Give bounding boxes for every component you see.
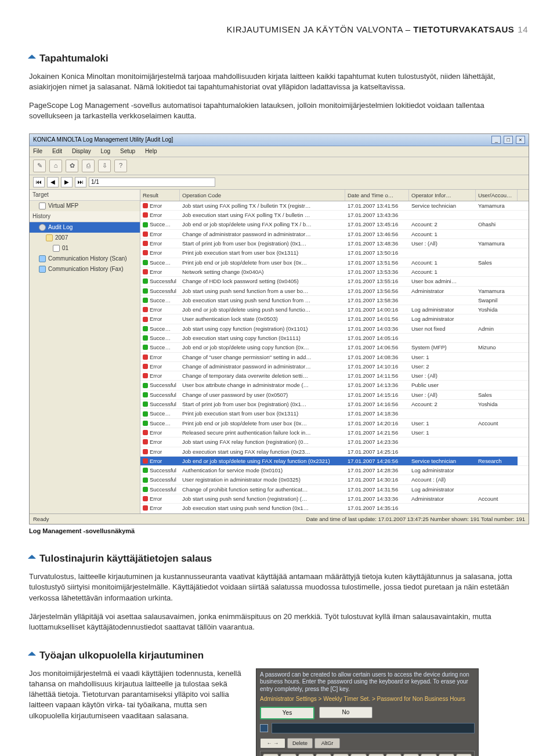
keypad-tab-altgr[interactable]: AltGr (314, 738, 340, 748)
key[interactable]: 6 (350, 754, 366, 756)
table-row[interactable]: Succe…Print job end or job stop/delete f… (140, 258, 529, 267)
table-row[interactable]: ErrorJob end or job stop/delete using pu… (140, 305, 529, 314)
table-row[interactable]: ErrorNetwork setting change (0x040A)17.0… (140, 267, 529, 277)
comm-icon (39, 266, 46, 273)
table-row[interactable]: SuccessfulAuthentication for service mod… (140, 466, 529, 475)
cell-oi: Public user (409, 381, 476, 389)
nav-next[interactable]: ▶ (61, 177, 73, 187)
table-row[interactable]: ErrorJob start using FAX polling TX / bu… (140, 201, 529, 211)
cell-result: Succe… (140, 409, 180, 418)
table-row[interactable]: ErrorPrint job execution start from user… (140, 248, 529, 258)
nav-first[interactable]: ⏮ (33, 177, 45, 187)
section-title: Tulostinajurin käyttäjätietojen salaus (39, 552, 212, 566)
table-row[interactable]: SuccessfulJob start using push send func… (140, 287, 529, 296)
nav-prev[interactable]: ◀ (47, 177, 59, 187)
ah-password-input[interactable] (272, 723, 475, 733)
cell-ua: Mizuno (476, 343, 518, 352)
close-button[interactable]: × (516, 136, 525, 144)
minimize-button[interactable]: _ (491, 136, 501, 144)
table-row[interactable]: Succe…Job end or job stop/delete using F… (140, 220, 529, 229)
table-row[interactable]: SuccessfulChange of user password by use… (140, 390, 529, 400)
cell-oi: Account: 1 (409, 258, 476, 267)
table-row[interactable]: Succe…Job execution start using copy fun… (140, 334, 529, 343)
col-datetime[interactable]: Date and Time o… (345, 190, 409, 201)
key[interactable]: 0 (421, 754, 436, 756)
menu-setup[interactable]: Setup (120, 148, 135, 154)
cell-op: Job end or job stop/delete using push se… (180, 305, 345, 314)
toolbar-btn-5[interactable]: ⇩ (98, 160, 111, 172)
cell-result: Successful (140, 485, 180, 494)
tree-month[interactable]: 01 (30, 243, 140, 254)
table-row[interactable]: ErrorStart of print job from user box (r… (140, 239, 529, 248)
key[interactable]: 1 (263, 754, 278, 756)
col-opcode[interactable]: Operation Code (180, 190, 345, 201)
target-item[interactable]: Virtual MFP (30, 201, 140, 211)
ah-no-button[interactable]: No (319, 707, 372, 718)
key[interactable]: 4 (316, 754, 331, 756)
tree-comm-scan[interactable]: Communication History (Scan) (30, 254, 140, 264)
toolbar-btn-6[interactable]: ? (114, 160, 127, 172)
cell-op: Start of print job from user box (regist… (180, 400, 345, 408)
key[interactable]: 9 (403, 754, 419, 756)
toolbar-btn-4[interactable]: ⎙ (82, 160, 95, 172)
cell-dt: 17.01.2007 13:46:56 (345, 230, 409, 238)
toolbar-btn-1[interactable]: ✎ (33, 160, 46, 172)
menu-help[interactable]: Help (145, 148, 157, 154)
table-row[interactable]: Succe…Job execution start using push sen… (140, 296, 529, 305)
tree-comm-fax[interactable]: Communication History (Fax) (30, 264, 140, 274)
table-row[interactable]: SuccessfulUser registration in administr… (140, 475, 529, 484)
menu-edit[interactable]: Edit (52, 148, 62, 154)
table-row[interactable]: ErrorJob start using FAX relay function … (140, 437, 529, 447)
tree-year[interactable]: 2007 (30, 233, 140, 243)
cell-dt: 17.01.2007 14:25:16 (345, 447, 409, 456)
table-row[interactable]: Succe…Print job end or job stop/delete f… (140, 419, 529, 428)
table-row[interactable]: ErrorChange of administrator password in… (140, 230, 529, 239)
keypad-tab-delete[interactable]: Delete (287, 738, 313, 748)
table-row[interactable]: ErrorChange of temporary data overwrite … (140, 371, 529, 381)
table-row[interactable]: ErrorJob execution start using FAX polli… (140, 211, 529, 220)
toolbar-btn-2[interactable]: ⌂ (49, 160, 62, 172)
toolbar-btn-3[interactable]: ✿ (66, 160, 78, 172)
table-row[interactable]: SuccessfulStart of print job from user b… (140, 400, 529, 409)
table-row[interactable]: Succe…Print job execution start from use… (140, 409, 529, 418)
figure-caption-1: Log Management -sovellusnäkymä (29, 527, 528, 536)
key[interactable]: ^ (456, 754, 472, 756)
grid-header: Result Operation Code Date and Time o… O… (140, 190, 529, 201)
table-row[interactable]: ErrorJob start using push send function … (140, 494, 529, 504)
cell-op: Job start using push send function from … (180, 287, 345, 295)
maximize-button[interactable]: □ (504, 136, 513, 144)
table-row[interactable]: ErrorJob execution start using FAX relay… (140, 447, 529, 457)
key[interactable]: 7 (368, 754, 384, 756)
key[interactable]: 8 (386, 754, 402, 756)
key[interactable]: - (439, 754, 454, 756)
ah-yes-button[interactable]: Yes (260, 707, 314, 719)
table-row[interactable]: Succe…Job end or job stop/delete using c… (140, 343, 529, 352)
key[interactable]: 2 (280, 754, 296, 756)
table-row[interactable]: Succe…Job start using copy function (reg… (140, 324, 529, 334)
table-row[interactable]: ErrorJob end or job stop/delete using FA… (140, 457, 529, 466)
keypad-tab-arrows[interactable]: ← → (260, 738, 285, 748)
key[interactable]: 5 (333, 754, 349, 756)
table-row[interactable]: SuccessfulUser box attribute change in a… (140, 381, 529, 390)
table-row[interactable]: ErrorReleased secure print authenticatio… (140, 428, 529, 437)
cell-op: User registration in administrator mode … (180, 475, 345, 484)
table-row[interactable]: ErrorUser authentication lock state (0x0… (140, 314, 529, 324)
table-row[interactable]: ErrorJob execution start using push send… (140, 504, 529, 513)
folder-icon (46, 234, 53, 241)
menu-display[interactable]: Display (72, 148, 91, 154)
col-operator[interactable]: Operator Infor… (409, 190, 476, 201)
tree-audit-log[interactable]: Audit Log (30, 222, 140, 233)
menu-file[interactable]: File (33, 148, 42, 154)
page-field[interactable]: 1/1 (89, 178, 215, 187)
col-user[interactable]: User/Accou… (476, 190, 518, 201)
cell-op: User authentication lock state (0x0503) (180, 314, 345, 323)
key[interactable]: 3 (298, 754, 314, 756)
table-row[interactable]: SuccessfulChange of HDD lock password se… (140, 277, 529, 286)
menu-log[interactable]: Log (101, 148, 111, 154)
col-result[interactable]: Result (140, 190, 180, 201)
table-row[interactable]: ErrorChange of administrator password in… (140, 362, 529, 371)
table-row[interactable]: ErrorChange of "user change permission" … (140, 353, 529, 362)
nav-last[interactable]: ⏭ (75, 177, 86, 187)
table-row[interactable]: SuccessfulChange of prohibit function se… (140, 485, 529, 494)
cell-result: Successful (140, 287, 180, 295)
